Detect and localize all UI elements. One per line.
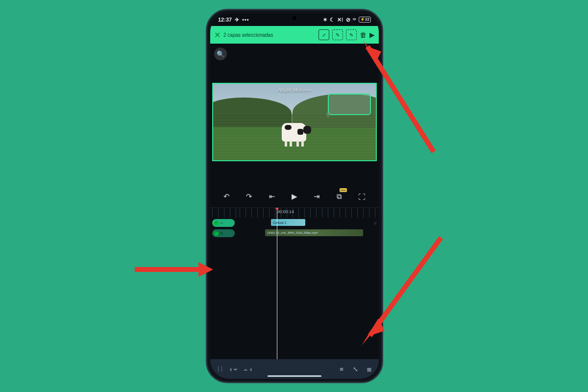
track-selector-callout[interactable]: ▭ bbox=[212, 219, 235, 227]
volume-up-button[interactable] bbox=[382, 89, 383, 111]
play-button[interactable]: ▶ bbox=[369, 31, 375, 39]
check-icon bbox=[214, 231, 219, 236]
trim-start-button[interactable]: ⫞⫟ bbox=[229, 366, 239, 373]
group-button[interactable]: ⤢ bbox=[318, 29, 329, 40]
clip-callout[interactable]: Callout 1 bbox=[271, 219, 305, 226]
wifi-icon: ⌔ bbox=[353, 17, 356, 23]
zoom-tool-button[interactable]: 🔍 bbox=[214, 48, 227, 60]
clip-label: 15921 92_uhd_3840_2160_50fps.mp4 bbox=[267, 231, 318, 234]
distribute-button[interactable]: ⤡ bbox=[350, 366, 360, 373]
vibrate-icon: ✕⁝ bbox=[337, 17, 343, 23]
track-selector-video[interactable]: ▣ bbox=[212, 229, 235, 237]
playback-controls: ↶ ↷ ⇤ ▶ ⇥ ⧉ ⛶ bbox=[210, 186, 379, 207]
more-notifications-icon: ••• bbox=[242, 17, 249, 23]
annotation-arrow bbox=[132, 260, 216, 281]
home-indicator[interactable] bbox=[268, 375, 321, 377]
dnd-icon: ☾ bbox=[330, 17, 335, 23]
shape-icon: ▭ bbox=[220, 221, 223, 225]
trim-end-button[interactable]: ⫠⫞ bbox=[243, 366, 252, 373]
clip-video[interactable]: 15921 92_uhd_3840_2160_50fps.mp4 bbox=[265, 229, 363, 236]
paste-effects-button[interactable]: ✎ bbox=[346, 29, 357, 40]
play-pause-button[interactable]: ▶ bbox=[292, 192, 297, 201]
clip-label: Callout 1 bbox=[273, 221, 287, 224]
align-layers-button[interactable]: ≡ bbox=[337, 366, 346, 373]
callout-element[interactable] bbox=[328, 94, 371, 115]
power-button[interactable] bbox=[206, 108, 207, 128]
prev-frame-button[interactable]: ⇤ bbox=[269, 192, 275, 201]
clock: 12:37 bbox=[218, 17, 232, 23]
scene-cow bbox=[282, 123, 306, 142]
undo-button[interactable]: ↶ bbox=[223, 192, 230, 201]
delete-button[interactable]: 🗑 bbox=[360, 31, 367, 39]
stack-button[interactable]: ≣ bbox=[364, 366, 374, 373]
preview-canvas[interactable]: Alight Motion bbox=[212, 83, 377, 161]
redo-button[interactable]: ↷ bbox=[246, 192, 252, 201]
split-button[interactable]: ⸽⸽ bbox=[215, 366, 225, 373]
bluetooth-icon: ✶ bbox=[323, 17, 327, 23]
watermark-label[interactable]: Alight Motion bbox=[278, 87, 311, 93]
drag-handle-icon[interactable]: ≡ bbox=[374, 220, 377, 226]
timeline[interactable]: 00:00:14 ▭ ▣ Callout 1 bbox=[210, 207, 379, 359]
selection-count-label: 2 capas seleccionadas bbox=[223, 32, 273, 38]
preview-stage: 🔍 Alight Motion bbox=[210, 44, 379, 186]
screen: 12:37 ✈ ••• ✶ ☾ ✕⁝ ⊘ ⌔ ⚡22 ✕ 2 capas sel… bbox=[210, 13, 379, 379]
volume-down-button[interactable] bbox=[382, 116, 383, 150]
copy-effects-button[interactable]: ✎ bbox=[332, 29, 343, 40]
telegram-icon: ✈ bbox=[235, 17, 239, 23]
playhead[interactable] bbox=[277, 208, 277, 359]
add-layer-button[interactable]: ⧉ bbox=[337, 192, 342, 201]
phone-frame: 12:37 ✈ ••• ✶ ☾ ✕⁝ ⊘ ⌔ ⚡22 ✕ 2 capas sel… bbox=[206, 9, 383, 383]
time-ruler[interactable]: 00:00:14 bbox=[210, 208, 379, 218]
next-frame-button[interactable]: ⇥ bbox=[314, 192, 320, 201]
timecode-label: 00:00:14 bbox=[277, 209, 294, 214]
close-selection-button[interactable]: ✕ bbox=[214, 30, 220, 40]
selection-toolbar: ✕ 2 capas seleccionadas ⤢ ✎ ✎ 🗑 ▶ bbox=[210, 26, 379, 44]
battery-indicator: ⚡22 bbox=[359, 17, 371, 23]
status-bar: 12:37 ✈ ••• ✶ ☾ ✕⁝ ⊘ ⌔ ⚡22 bbox=[210, 13, 379, 26]
aspect-button[interactable]: ⛶ bbox=[358, 193, 366, 201]
data-off-icon: ⊘ bbox=[346, 17, 350, 23]
check-icon bbox=[214, 221, 219, 225]
image-icon: ▣ bbox=[220, 231, 223, 235]
